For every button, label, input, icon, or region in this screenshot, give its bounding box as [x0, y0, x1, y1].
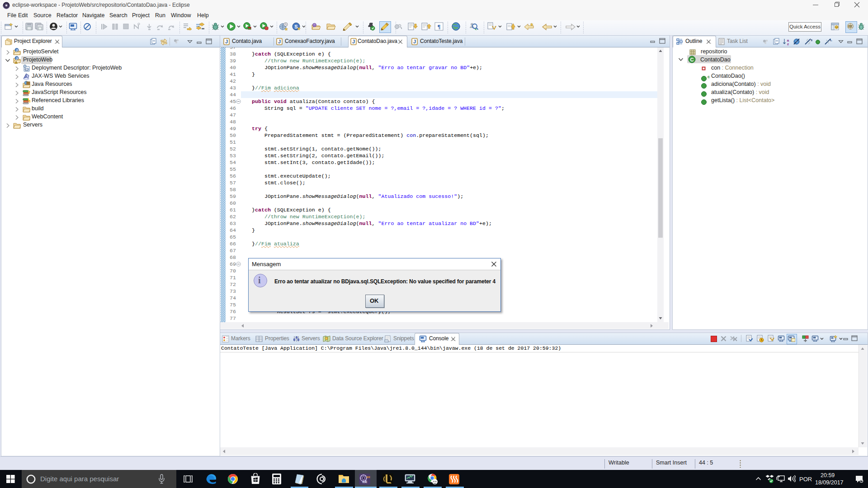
svg-text:J: J: [352, 39, 355, 44]
svg-text:¶: ¶: [437, 23, 440, 30]
svg-text:3.1: 3.1: [25, 68, 28, 71]
svg-text:J: J: [16, 56, 18, 61]
svg-text:EE: EE: [367, 476, 370, 479]
svg-text:L: L: [830, 38, 832, 42]
svg-text:C: C: [690, 57, 694, 62]
svg-text:J: J: [278, 39, 281, 44]
svg-text:z: z: [787, 42, 789, 46]
svg-text:s: s: [811, 38, 812, 42]
svg-text:J: J: [225, 39, 228, 44]
svg-text:c: c: [708, 75, 710, 79]
svg-text:IDE: IDE: [363, 480, 368, 483]
svg-text:EE: EE: [848, 25, 853, 28]
svg-text:J: J: [413, 39, 416, 44]
svg-text:J: J: [16, 48, 18, 52]
